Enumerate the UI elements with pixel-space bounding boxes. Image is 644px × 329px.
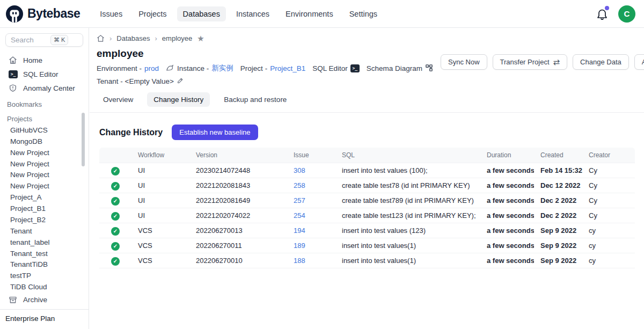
meta-tenant: Tenant - <Empty Value>	[97, 77, 185, 85]
sidebar-project-project-b2[interactable]: Project_B2	[0, 214, 89, 225]
sidebar-item-sql-editor[interactable]: >_ SQL Editor	[0, 68, 89, 81]
breadcrumb-home-icon[interactable]	[97, 34, 105, 42]
sidebar-project-mongodb[interactable]: MongoDB	[0, 136, 89, 147]
issue-link[interactable]: 254	[294, 211, 305, 220]
nav-item-environments[interactable]: Environments	[280, 6, 339, 21]
search-input[interactable]	[11, 36, 48, 44]
col-duration: Duration	[480, 148, 534, 163]
main-nav: Issues Projects Databases Instances Envi…	[94, 6, 383, 21]
sidebar-project-tenant[interactable]: Tenant	[0, 225, 89, 237]
sidebar-project-tidb-cloud[interactable]: TiDB Cloud	[0, 281, 89, 293]
chevron-right-icon: ›	[155, 34, 157, 42]
sidebar-project-new-project-4[interactable]: New Project	[0, 180, 89, 192]
table-row[interactable]: ✓ UI 20221202074022 254 create table tes…	[99, 208, 635, 223]
tab-change-history[interactable]: Change History	[147, 92, 210, 107]
table-row[interactable]: ✓ VCS 202206270011 189 insert into test …	[99, 238, 635, 253]
sidebar-project-githubvcs[interactable]: GitHubVCS	[0, 125, 89, 136]
success-check-icon: ✓	[111, 197, 120, 206]
cell-creator: Cy	[582, 178, 635, 193]
sidebar-item-label: Home	[23, 56, 42, 64]
success-check-icon: ✓	[111, 227, 120, 236]
nav-item-settings[interactable]: Settings	[343, 6, 383, 21]
table-row[interactable]: ✓ VCS 202206270013 194 insert into test …	[99, 223, 635, 238]
notification-bell-icon[interactable]	[596, 8, 609, 20]
meta-sql-editor[interactable]: SQL Editor >_	[312, 64, 360, 72]
nav-item-issues[interactable]: Issues	[94, 6, 128, 21]
project-link[interactable]: Project_B1	[270, 64, 305, 72]
success-check-icon: ✓	[111, 242, 120, 251]
cell-created: Dec 2 2022	[534, 193, 582, 208]
sidebar-project-new-project-2[interactable]: New Project	[0, 158, 89, 170]
cell-creator: cy	[582, 223, 635, 238]
sidebar-project-project-b1[interactable]: Project_B1	[0, 203, 89, 214]
cell-workflow: UI	[131, 178, 189, 193]
sidebar-project-tenant-label[interactable]: tenant_label	[0, 237, 89, 248]
meta-schema-diagram[interactable]: Schema Diagram	[367, 64, 434, 72]
tab-backup-and-restore[interactable]: Backup and restore	[217, 92, 293, 107]
change-history-header: Change History Establish new baseline	[99, 125, 644, 140]
avatar[interactable]: C	[618, 5, 635, 23]
col-sql: SQL	[335, 148, 480, 163]
sidebar-scrollbar[interactable]	[82, 113, 85, 166]
cell-creator: Cy	[582, 193, 635, 208]
sidebar-project-new-project-3[interactable]: New Project	[0, 169, 89, 180]
breadcrumb-employee[interactable]: employee	[162, 34, 192, 42]
sidebar-item-archive[interactable]: Archive	[0, 293, 89, 307]
nav-item-instances[interactable]: Instances	[230, 6, 275, 21]
schema-diagram-icon	[425, 64, 434, 72]
table-row[interactable]: ✓ VCS 202206270010 188 insert into test …	[99, 253, 635, 268]
table-row[interactable]: ✓ UI 20221202081649 257 create table tes…	[99, 193, 635, 208]
search-box[interactable]: ⌘ K	[5, 33, 83, 47]
table-row[interactable]: ✓ UI 20221202081843 258 create table tes…	[99, 178, 635, 193]
cell-creator: cy	[582, 253, 635, 268]
breadcrumb-databases[interactable]: Databases	[116, 34, 150, 42]
issue-link[interactable]: 189	[294, 242, 305, 250]
col-created: Created	[534, 148, 582, 163]
sync-now-button[interactable]: Sync Now	[441, 54, 487, 70]
environment-link[interactable]: prod	[144, 64, 159, 72]
issue-link[interactable]: 194	[294, 226, 305, 235]
nav-item-projects[interactable]: Projects	[133, 6, 172, 21]
cell-sql: create table test123 (id int PRIMARY KEY…	[335, 208, 480, 223]
button-label: Sync Now	[448, 58, 480, 66]
sidebar-project-project-a[interactable]: Project_A	[0, 192, 89, 203]
bytebase-logo[interactable]: Bytebase	[5, 5, 80, 23]
issue-link[interactable]: 258	[294, 181, 305, 189]
instance-engine-icon	[166, 64, 174, 72]
section-title: Change History	[99, 128, 163, 137]
table-row[interactable]: ✓ UI 20230214072448 308 insert into test…	[99, 163, 635, 178]
cell-duration: a few seconds	[480, 208, 534, 223]
issue-link[interactable]: 308	[294, 166, 305, 174]
button-label: Transfer Project	[500, 58, 550, 66]
col-issue: Issue	[287, 148, 335, 163]
change-data-button[interactable]: Change Data	[573, 54, 629, 70]
change-history-table: Workflow Version Issue SQL Duration Crea…	[99, 148, 635, 268]
tab-overview[interactable]: Overview	[97, 92, 140, 107]
cell-duration: a few seconds	[480, 178, 534, 193]
cell-creator: cy	[582, 238, 635, 253]
bookmark-star-icon[interactable]: ★	[197, 34, 204, 42]
sidebar-item-home[interactable]: Home	[0, 53, 89, 68]
cell-duration: a few seconds	[480, 253, 534, 268]
archive-icon	[9, 295, 18, 304]
success-check-icon: ✓	[111, 182, 120, 191]
page-header: employee Environment - prod Instance - 新…	[90, 42, 644, 85]
breadcrumb: › Databases › employee ★	[90, 28, 644, 42]
sidebar-project-new-project-1[interactable]: New Project	[0, 147, 89, 158]
sidebar-project-tenanttidb[interactable]: TenantTiDB	[0, 259, 89, 270]
sidebar-item-anomaly-center[interactable]: Anomaly Center	[0, 81, 89, 96]
transfer-project-button[interactable]: Transfer Project ⇄	[493, 54, 568, 70]
sidebar-project-testtp[interactable]: testTP	[0, 270, 89, 281]
sidebar-project-tenant-test[interactable]: Tenant_test	[0, 248, 89, 259]
cell-sql: insert into test values (100);	[335, 163, 480, 178]
nav-item-databases[interactable]: Databases	[177, 6, 226, 21]
top-bar: Bytebase Issues Projects Databases Insta…	[0, 0, 644, 28]
issue-link[interactable]: 188	[294, 257, 305, 265]
issue-link[interactable]: 257	[294, 196, 305, 204]
alter-schema-button[interactable]: Alter Schema	[634, 54, 644, 70]
cell-version: 20221202074022	[189, 208, 287, 223]
instance-link[interactable]: 新实例	[211, 63, 233, 73]
edit-pencil-icon[interactable]	[177, 77, 185, 85]
establish-baseline-button[interactable]: Establish new baseline	[172, 125, 258, 140]
sql-editor-label: SQL Editor	[312, 64, 348, 72]
